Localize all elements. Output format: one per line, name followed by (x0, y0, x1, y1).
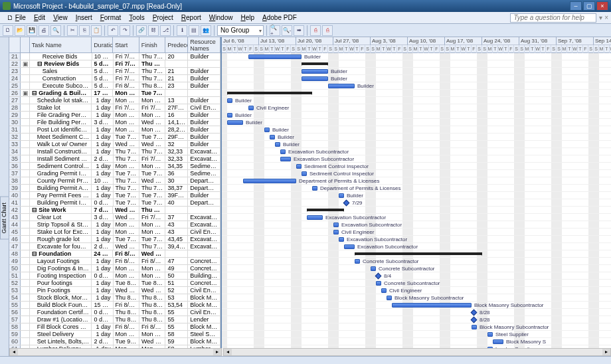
table-row[interactable]: 49Layout Footings1 dayFri 8/1/08Fri 8/1/… (9, 258, 220, 265)
copy-button[interactable]: ⎘ (79, 25, 90, 36)
gantt-row[interactable]: Excavation Subcontractor (222, 148, 611, 155)
gantt-row[interactable]: Sediment Control Inspector (222, 163, 611, 170)
paste-button[interactable]: 📋 (91, 25, 102, 36)
table-row[interactable]: 44Strip Topsoil & Stockpile1 dayMon 7/28… (9, 221, 220, 228)
save-button[interactable]: 💾 (27, 25, 37, 36)
task-bar[interactable] (493, 339, 503, 344)
task-bar[interactable] (392, 303, 472, 308)
group-combo[interactable]: No Group (217, 25, 264, 36)
task-bar[interactable] (471, 310, 478, 316)
gantt-row[interactable]: Department of Permits & Licenses (222, 185, 611, 192)
menu-project[interactable]: Project (149, 13, 177, 23)
close-button[interactable]: × (596, 1, 608, 11)
table-row[interactable]: 22▣⊟ Review Bids5 daysFri 7/25/08Thu 7/3… (9, 60, 220, 68)
link-button[interactable]: 🔗 (136, 25, 147, 36)
table-row[interactable]: 37Grading Permit Issued1 dayTue 7/22/08T… (9, 170, 220, 177)
gantt-row[interactable]: Builder (222, 53, 611, 60)
table-row[interactable]: 24Construction5 daysFri 7/25/08Thu 7/31/… (9, 75, 220, 82)
task-bar[interactable] (381, 288, 387, 293)
gantt-row[interactable]: Excavation Subcontractor (222, 243, 611, 250)
table-row[interactable]: 30File Building Permit Application3 days… (9, 119, 220, 126)
help-search-input[interactable] (510, 13, 596, 23)
grid-hscroll[interactable] (9, 348, 222, 356)
task-bar[interactable] (375, 273, 382, 280)
menu-insert[interactable]: Insert (72, 13, 96, 23)
task-bar[interactable] (333, 230, 339, 234)
col-name[interactable]: Task Name (30, 37, 92, 52)
gantt-row[interactable] (222, 207, 611, 214)
table-row[interactable]: 39Building Permit Approved1 dayThu 7/24/… (9, 185, 220, 192)
gantt-row[interactable]: Builder (222, 68, 611, 75)
goto-button[interactable]: ➡ (294, 25, 304, 36)
table-row[interactable]: 29File Grading Permit Application1 dayMo… (9, 112, 220, 119)
table-row[interactable]: 51Footing Inspection0 daysMon 8/4/08Mon … (9, 272, 220, 280)
task-bar[interactable] (307, 215, 323, 220)
task-bar[interactable] (312, 186, 317, 191)
new-button[interactable]: 🗋 (3, 25, 13, 36)
gantt-hscroll[interactable] (223, 348, 611, 356)
task-bar[interactable] (371, 266, 376, 271)
table-row[interactable]: 58Fill Block Cores w/ Concrete1 dayFri 8… (9, 323, 220, 331)
task-bar[interactable] (302, 171, 307, 176)
task-bar[interactable] (227, 113, 232, 118)
task-bar[interactable] (355, 259, 360, 264)
task-bar[interactable] (227, 92, 312, 94)
task-bar[interactable] (339, 193, 344, 198)
menu-view[interactable]: View (49, 13, 72, 23)
gantt-row[interactable]: 8/28 (222, 309, 611, 316)
task-grid[interactable]: Task NameDurationStartFinishPredecessors… (9, 37, 222, 356)
task-bar[interactable] (302, 62, 328, 65)
gantt-row[interactable]: Block Masonry Subcontractor (222, 294, 611, 302)
assign-button[interactable]: 👥 (201, 25, 211, 36)
table-row[interactable]: 40Pay Permit Fees and Excise Taxe1 dayTu… (9, 192, 220, 199)
gantt-row[interactable]: 8/4 (222, 272, 611, 280)
gantt-row[interactable]: Builder (222, 126, 611, 134)
menu-help[interactable]: Help (236, 13, 258, 23)
task-bar[interactable] (344, 244, 355, 249)
gantt-row[interactable]: Builder (222, 97, 611, 104)
gantt-row[interactable]: Civil Engineer (222, 228, 611, 236)
gantt-row[interactable]: Civil Engineer (222, 104, 611, 112)
col-res[interactable]: Resource Names (188, 37, 220, 52)
task-bar[interactable] (270, 135, 275, 139)
gantt-row[interactable]: Builder (222, 82, 611, 90)
gantt-row[interactable]: Excavation Subcontractor (222, 155, 611, 163)
table-row[interactable]: 54Stock Block, Mortar, Sand1 dayThu 8/7/… (9, 294, 220, 302)
gantt-row[interactable]: Excavation Subcontractor (222, 221, 611, 228)
table-row[interactable]: 38County Permit Process10 daysThu 7/10/0… (9, 177, 220, 185)
gantt-row[interactable]: Sediment Control Inspector (222, 170, 611, 177)
cut-button[interactable]: ✂ (67, 25, 78, 36)
gantt-row[interactable]: 8/28 (222, 316, 611, 323)
split-button[interactable]: ⎇ (160, 25, 171, 36)
table-row[interactable]: 52Pour footings1 dayTue 8/5/08Tue 8/5/08… (9, 280, 220, 287)
table-row[interactable]: 55Build Block Foundation15 daysFri 8/8/0… (9, 302, 220, 309)
gantt-row[interactable]: Excavation Subcontractor (222, 236, 611, 243)
gantt-row[interactable]: Block Masonry Subcontractor (222, 323, 611, 331)
gantt-row[interactable]: Builder (222, 192, 611, 199)
table-row[interactable]: 34Install Construction Entrance1 dayThu … (9, 148, 220, 155)
table-row[interactable]: 46Rough grade lot1 dayTue 7/29/08Tue 7/2… (9, 236, 220, 243)
gantt-row[interactable]: Builder (222, 134, 611, 141)
gantt-row[interactable]: Block Masonry Subcontractor (222, 302, 611, 309)
table-row[interactable]: 48⊟ Foundation24 daysFri 8/1/08Wed 9/3/0… (9, 250, 220, 258)
col-finish[interactable]: Finish (139, 37, 166, 52)
task-bar[interactable] (339, 237, 344, 242)
zoomin-button[interactable]: 🔍+ (270, 25, 280, 36)
gantt-row[interactable]: 7/29 (222, 199, 611, 207)
minimize-button[interactable]: – (570, 1, 582, 11)
pdf2-button[interactable]: ⎙ (322, 25, 333, 36)
table-row[interactable]: 27Schedule lot stake-out1 dayMon 7/7/08M… (9, 97, 220, 104)
redo-button[interactable]: ↷ (120, 25, 130, 36)
table-row[interactable]: 31Post Lot Identification1 dayMon 7/14/0… (9, 126, 220, 134)
task-bar[interactable] (248, 54, 302, 59)
task-bar[interactable] (387, 296, 392, 300)
gantt-row[interactable] (222, 250, 611, 258)
notes-button[interactable]: ▤ (189, 25, 199, 36)
task-bar[interactable] (302, 69, 328, 74)
gantt-row[interactable]: Concrete Subcontractor (222, 280, 611, 287)
task-bar[interactable] (227, 120, 243, 125)
table-row[interactable]: 59Steel Delivery1 dayMon 9/1/08Mon 9/1/0… (9, 331, 220, 338)
menu-adobe-pdf[interactable]: Adobe PDF (258, 13, 301, 23)
table-row[interactable]: 41Building Permit Issued0 daysTue 7/29/0… (9, 199, 220, 207)
gantt-row[interactable]: Department of Permits & Licenses (222, 177, 611, 185)
